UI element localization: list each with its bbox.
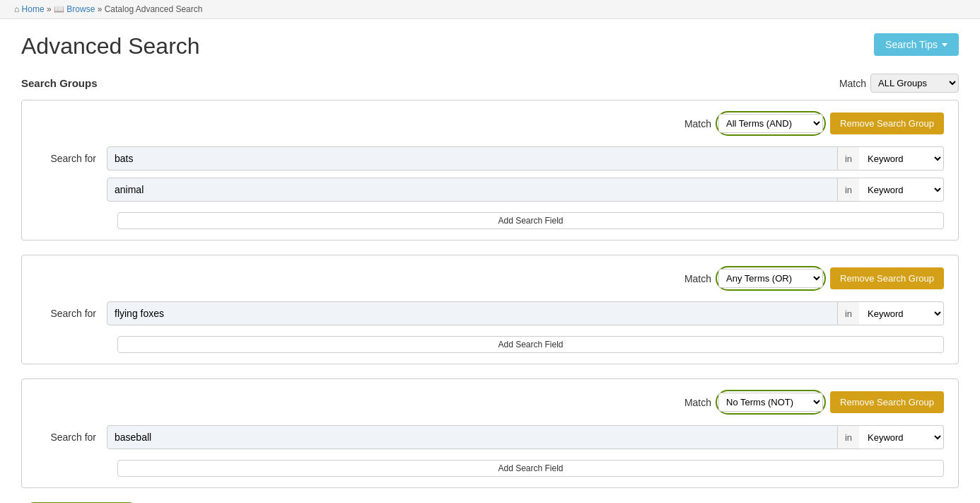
breadcrumb: ⌂ Home » 📖 Browse » Catalog Advanced Sea… bbox=[0, 0, 980, 19]
match-label: Match bbox=[839, 78, 866, 89]
group2-input-1[interactable] bbox=[107, 301, 838, 325]
breadcrumb-browse[interactable]: Browse bbox=[66, 4, 95, 14]
group3-add-field-button[interactable]: Add Search Field bbox=[117, 460, 944, 477]
group1-match-select-wrapper: All Terms (AND) Any Terms (OR) No Terms … bbox=[716, 111, 826, 136]
group3-match-label: Match bbox=[684, 397, 711, 408]
group1-add-field-button[interactable]: Add Search Field bbox=[117, 212, 944, 229]
match-all-groups-select[interactable]: ALL Groups ANY Groups bbox=[870, 74, 959, 93]
group2-match-select-wrapper: All Terms (AND) Any Terms (OR) No Terms … bbox=[716, 266, 826, 291]
group1-row-2: in Keyword Title Author Subject bbox=[36, 178, 944, 202]
group2-search-for-label-1: Search for bbox=[36, 308, 107, 319]
search-group-1: Match All Terms (AND) Any Terms (OR) No … bbox=[21, 100, 959, 241]
group3-in-label-1: in bbox=[838, 425, 859, 449]
match-all-groups-row: Match ALL Groups ANY Groups bbox=[839, 74, 959, 93]
breadcrumb-current: Catalog Advanced Search bbox=[105, 4, 203, 14]
group3-search-rows: Search for in Keyword Title Author Subje… bbox=[36, 425, 944, 477]
group1-in-label-1: in bbox=[838, 146, 859, 170]
search-groups-label: Search Groups bbox=[21, 77, 98, 89]
group3-row-1: Search for in Keyword Title Author Subje… bbox=[36, 425, 944, 449]
search-group-3: Match All Terms (AND) Any Terms (OR) No … bbox=[21, 378, 959, 488]
group3-field-select-1[interactable]: Keyword Title Author Subject bbox=[859, 425, 944, 449]
group2-remove-button[interactable]: Remove Search Group bbox=[830, 267, 944, 289]
group1-row-1: Search for in Keyword Title Author Subje… bbox=[36, 146, 944, 170]
group1-match-select[interactable]: All Terms (AND) Any Terms (OR) No Terms … bbox=[718, 114, 823, 133]
group2-in-label-1: in bbox=[838, 301, 859, 325]
group2-match-label: Match bbox=[684, 273, 711, 284]
group3-match-select[interactable]: All Terms (AND) Any Terms (OR) No Terms … bbox=[718, 393, 823, 412]
group3-search-for-label-1: Search for bbox=[36, 432, 107, 443]
group3-input-1[interactable] bbox=[107, 425, 838, 449]
search-group-2: Match All Terms (AND) Any Terms (OR) No … bbox=[21, 255, 959, 364]
search-tips-label: Search Tips bbox=[885, 39, 938, 50]
group2-field-select-1[interactable]: Keyword Title Author Subject bbox=[859, 301, 944, 325]
group1-input-2[interactable] bbox=[107, 178, 838, 202]
home-icon: ⌂ bbox=[14, 4, 19, 14]
group1-search-for-label-1: Search for bbox=[36, 153, 107, 164]
search-tips-button[interactable]: Search Tips bbox=[874, 33, 959, 56]
group1-in-label-2: in bbox=[838, 178, 859, 202]
browse-icon: 📖 bbox=[54, 4, 64, 14]
group1-search-rows: Search for in Keyword Title Author Subje… bbox=[36, 146, 944, 229]
breadcrumb-home[interactable]: Home bbox=[22, 4, 45, 14]
group2-add-field-button[interactable]: Add Search Field bbox=[117, 336, 944, 353]
group1-input-1[interactable] bbox=[107, 146, 838, 170]
group2-row-1: Search for in Keyword Title Author Subje… bbox=[36, 301, 944, 325]
group1-match-label: Match bbox=[684, 118, 711, 129]
group2-match-select[interactable]: All Terms (AND) Any Terms (OR) No Terms … bbox=[718, 269, 823, 288]
group1-field-select-2[interactable]: Keyword Title Author Subject bbox=[859, 178, 944, 202]
group2-search-rows: Search for in Keyword Title Author Subje… bbox=[36, 301, 944, 353]
group1-remove-button[interactable]: Remove Search Group bbox=[830, 112, 944, 134]
group3-match-select-wrapper: All Terms (AND) Any Terms (OR) No Terms … bbox=[716, 390, 826, 415]
chevron-down-icon bbox=[942, 43, 947, 47]
group1-field-select-1[interactable]: Keyword Title Author Subject bbox=[859, 146, 944, 170]
group3-remove-button[interactable]: Remove Search Group bbox=[830, 391, 944, 413]
page-title: Advanced Search bbox=[21, 33, 200, 59]
